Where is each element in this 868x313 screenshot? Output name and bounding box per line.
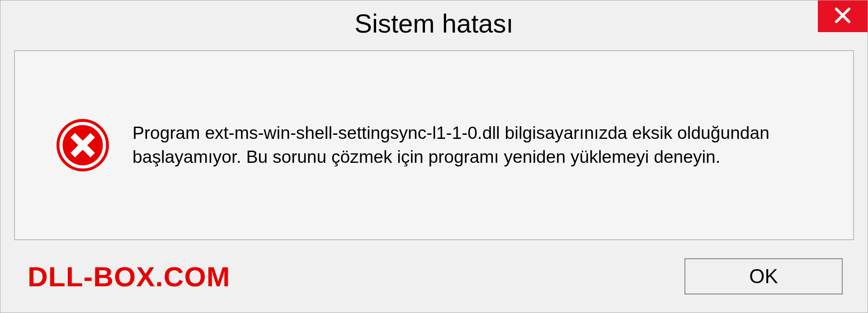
watermark-text: DLL-BOX.COM <box>28 261 230 293</box>
dialog-title: Sistem hatası <box>354 8 513 38</box>
close-button[interactable] <box>818 0 868 32</box>
title-bar: Sistem hatası <box>0 0 868 46</box>
close-icon <box>834 6 852 26</box>
error-icon <box>56 118 110 172</box>
error-message: Program ext-ms-win-shell-settingsync-l1-… <box>132 121 826 169</box>
ok-button[interactable]: OK <box>684 258 843 294</box>
dialog-footer: DLL-BOX.COM OK <box>0 249 868 313</box>
system-error-dialog: Sistem hatası Program ext-ms-win-shell-s… <box>0 0 868 313</box>
content-panel: Program ext-ms-win-shell-settingsync-l1-… <box>14 50 854 240</box>
